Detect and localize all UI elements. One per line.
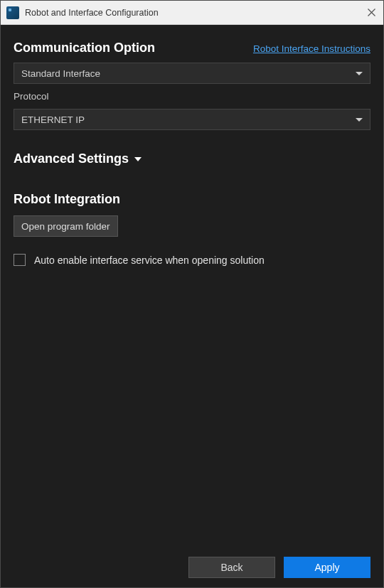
window-title: Robot and Interface Configuration xyxy=(25,8,353,18)
titlebar: Robot and Interface Configuration xyxy=(1,1,383,25)
auto-enable-checkbox[interactable]: Auto enable interface service when openi… xyxy=(14,254,265,266)
content-area: Communication Option Robot Interface Ins… xyxy=(1,25,383,547)
close-icon xyxy=(368,9,375,16)
robot-integration-title: Robot Integration xyxy=(14,192,370,207)
advanced-settings-toggle[interactable]: Advanced Settings xyxy=(14,151,142,166)
back-button[interactable]: Back xyxy=(188,557,275,578)
footer: Back Apply xyxy=(1,547,383,587)
config-dialog: Robot and Interface Configuration Commun… xyxy=(0,0,384,588)
interface-dropdown[interactable]: Standard Interface xyxy=(14,63,370,84)
communication-title: Communication Option xyxy=(14,41,155,55)
apply-button[interactable]: Apply xyxy=(284,557,370,578)
open-program-folder-button[interactable]: Open program folder xyxy=(14,215,118,237)
instructions-link[interactable]: Robot Interface Instructions xyxy=(253,43,370,54)
spacer xyxy=(14,266,370,547)
checkbox-box xyxy=(14,254,26,266)
close-button[interactable] xyxy=(359,1,383,25)
chevron-down-icon xyxy=(134,157,142,161)
protocol-dropdown[interactable]: ETHERNET IP xyxy=(14,109,370,130)
chevron-down-icon xyxy=(356,118,363,122)
advanced-settings-title: Advanced Settings xyxy=(14,151,129,166)
interface-dropdown-value: Standard Interface xyxy=(21,68,100,79)
protocol-label: Protocol xyxy=(14,91,370,102)
chevron-down-icon xyxy=(356,72,363,75)
communication-header: Communication Option Robot Interface Ins… xyxy=(14,41,370,55)
app-icon xyxy=(6,6,19,19)
protocol-dropdown-value: ETHERNET IP xyxy=(21,114,85,125)
auto-enable-label: Auto enable interface service when openi… xyxy=(34,255,265,266)
